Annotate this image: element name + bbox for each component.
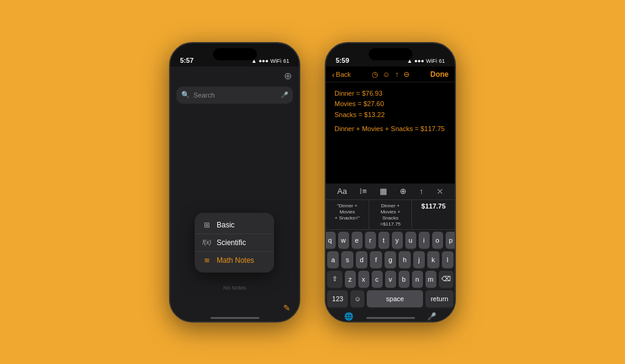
context-menu: ⊞ Basic f(x) Scientific ≋ Math Notes [195, 213, 274, 273]
basic-icon: ⊞ [202, 221, 212, 229]
format-toolbar: Aa ⁞≡ ▦ ⊕ ↑ ✕ [326, 184, 455, 200]
mathnotes-icon: ≋ [202, 256, 212, 265]
numbers-key[interactable]: 123 [327, 290, 348, 307]
scientific-label: Scientific [217, 238, 246, 247]
key-n[interactable]: n [412, 271, 423, 288]
bottom-bar: 🌐 🎤 [326, 312, 455, 321]
key-z[interactable]: z [345, 271, 356, 288]
menu-item-mathnotes[interactable]: ≋ Math Notes [195, 251, 274, 269]
key-s[interactable]: s [341, 251, 353, 268]
send-icon[interactable]: ↑ [419, 187, 424, 196]
home-indicator-2 [366, 317, 415, 319]
autocomplete-text-1: "Dinner + Movies+ Snacks=" [335, 203, 360, 221]
key-b[interactable]: b [399, 271, 410, 288]
keyboard: q w e r t y u i o p a s d f g [326, 230, 455, 312]
status-time-2: 5:59 [336, 57, 349, 64]
key-u[interactable]: u [405, 232, 416, 249]
share-icon[interactable]: ↑ [395, 70, 399, 79]
key-o[interactable]: o [432, 232, 443, 249]
mathnotes-label: Math Notes [217, 256, 254, 265]
table-icon[interactable]: ▦ [380, 187, 387, 196]
text-format-icon[interactable]: Aa [338, 187, 347, 196]
key-row-4: 123 ☺ space return [327, 290, 453, 307]
attachment-icon[interactable]: ⊕ [400, 187, 406, 196]
mic-icon-2[interactable]: 🎤 [427, 312, 436, 321]
nav-bar: ‹ Back ◷ ☺ ↑ ⊖ Done [326, 66, 455, 82]
note-line-1: Dinner = $76.93 [334, 88, 446, 99]
phone1-content: ⊕ 🔍 Search 🎤 ⊞ Basic f(x) Scientific ≋ M… [170, 66, 299, 321]
basic-label: Basic [217, 221, 234, 229]
key-p[interactable]: p [446, 232, 457, 249]
nav-action-icons: ◷ ☺ ↑ ⊖ [372, 70, 410, 79]
autocomplete-item-1[interactable]: "Dinner + Movies+ Snacks=" [326, 200, 369, 229]
key-t[interactable]: t [378, 232, 389, 249]
phone-1: 5:57 ▲ ●●● WiFi 61 ⊕ 🔍 Search 🎤 ⊞ Basic … [169, 42, 300, 323]
key-d[interactable]: d [356, 251, 367, 268]
key-g[interactable]: g [385, 251, 396, 268]
dynamic-island-2 [369, 48, 413, 60]
menu-item-scientific[interactable]: f(x) Scientific [195, 234, 274, 251]
key-l[interactable]: l [442, 251, 453, 268]
autocomplete-item-2[interactable]: Dinner + Movies +Snacks =$117.75 [369, 200, 413, 229]
done-button[interactable]: Done [430, 70, 449, 79]
note-line-3: Snacks = $13.22 [334, 110, 446, 121]
key-row-2: a s d f g h j k l [327, 251, 453, 268]
key-x[interactable]: x [358, 271, 369, 288]
note-body: Dinner = $76.93 Movies = $27.60 Snacks =… [326, 82, 455, 139]
phone1-toolbar: ⊕ [170, 66, 299, 84]
key-e[interactable]: e [352, 232, 363, 249]
keyboard-close-icon[interactable]: ✕ [436, 187, 444, 196]
phone2-content: ‹ Back ◷ ☺ ↑ ⊖ Done Dinner = $76.93 Movi… [326, 66, 455, 321]
scientific-icon: f(x) [202, 239, 212, 246]
note-line-2: Movies = $27.60 [334, 99, 446, 110]
key-w[interactable]: w [338, 232, 349, 249]
menu-item-basic[interactable]: ⊞ Basic [195, 216, 274, 234]
history-icon[interactable]: ◷ [372, 70, 378, 79]
search-bar[interactable]: 🔍 Search 🎤 [176, 87, 293, 104]
new-note-icon[interactable]: ✎ [283, 303, 291, 313]
back-label: Back [336, 71, 350, 78]
key-v[interactable]: v [385, 271, 396, 288]
key-f[interactable]: f [370, 251, 381, 268]
globe-icon[interactable]: 🌐 [344, 312, 353, 321]
mic-icon[interactable]: 🎤 [281, 91, 288, 98]
emoji-key[interactable]: ☺ [350, 290, 364, 307]
key-q[interactable]: q [325, 232, 336, 249]
phone-2: 5:59 ▲ ●●● WiFi 61 ‹ Back ◷ ☺ ↑ ⊖ Done D… [325, 42, 456, 323]
key-row-1: q w e r t y u i o p [327, 232, 453, 249]
back-button[interactable]: ‹ Back [332, 70, 351, 79]
autocomplete-text-2: Dinner + Movies +Snacks =$117.75 [380, 203, 401, 227]
more-icon[interactable]: ⊖ [403, 70, 410, 79]
key-m[interactable]: m [425, 271, 436, 288]
key-r[interactable]: r [365, 232, 376, 249]
list-icon[interactable]: ⁞≡ [359, 187, 367, 196]
space-key[interactable]: space [367, 290, 423, 307]
dynamic-island-1 [213, 48, 257, 60]
return-key[interactable]: return [425, 290, 453, 307]
note-formula: Dinner + Movies + Snacks = $117.75 [334, 125, 446, 132]
key-c[interactable]: c [372, 271, 383, 288]
home-indicator-1 [211, 317, 259, 319]
autocomplete-item-3[interactable]: $117.75 [412, 200, 455, 229]
shift-key[interactable]: ⇧ [327, 271, 342, 288]
key-i[interactable]: i [419, 232, 430, 249]
status-icons-2: ▲ ●●● WiFi 61 [407, 58, 445, 64]
keyboard-area: Aa ⁞≡ ▦ ⊕ ↑ ✕ "Dinner + Movies+ Snacks="… [326, 184, 455, 321]
chevron-left-icon: ‹ [332, 70, 334, 79]
person-icon[interactable]: ☺ [383, 70, 390, 79]
no-notes-label: No Notes [170, 285, 299, 291]
search-placeholder: Search [193, 91, 277, 99]
autocomplete-amount: $117.75 [421, 202, 446, 210]
backspace-key[interactable]: ⌫ [439, 271, 454, 288]
key-y[interactable]: y [392, 232, 403, 249]
compose-icon[interactable]: ⊕ [284, 70, 292, 82]
key-j[interactable]: j [413, 251, 425, 268]
key-row-3: ⇧ z x c v b n m ⌫ [327, 271, 453, 288]
key-k[interactable]: k [427, 251, 439, 268]
key-a[interactable]: a [327, 251, 339, 268]
autocomplete-strip: "Dinner + Movies+ Snacks=" Dinner + Movi… [326, 200, 455, 230]
status-icons-1: ▲ ●●● WiFi 61 [251, 58, 289, 64]
search-icon: 🔍 [181, 91, 190, 99]
key-h[interactable]: h [399, 251, 410, 268]
status-time-1: 5:57 [180, 57, 193, 64]
